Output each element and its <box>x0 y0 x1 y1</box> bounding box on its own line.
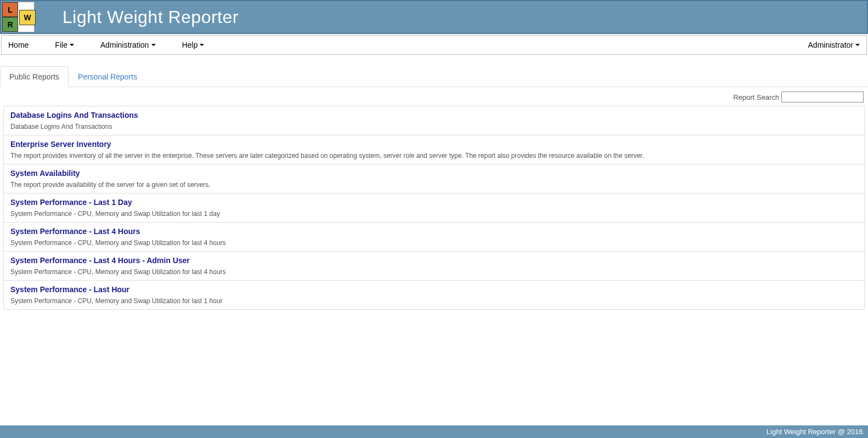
menu-admin[interactable]: Administration <box>100 41 156 49</box>
menu-left: Home File Administration Help <box>8 41 204 49</box>
report-item: Database Logins And Transactions Databas… <box>4 106 864 135</box>
report-title-link[interactable]: System Performance - Last 4 Hours - Admi… <box>10 256 190 265</box>
tabs: Public Reports Personal Reports <box>0 66 868 87</box>
menu-home-label: Home <box>8 41 29 49</box>
tab-public-reports[interactable]: Public Reports <box>0 66 69 87</box>
report-item: System Performance - Last 4 Hours - Admi… <box>4 252 864 281</box>
: Report Search <box>733 93 779 101</box>
tab-personal-reports[interactable]: Personal Reports <box>69 66 146 87</box>
caret-down-icon <box>855 44 860 46</box>
report-title-link[interactable]: System Performance - Last 4 Hours <box>10 227 140 236</box>
caret-down-icon <box>200 44 204 46</box>
report-list: Database Logins And Transactions Databas… <box>3 106 865 310</box>
report-desc: The report provides inventory of all the… <box>10 152 858 160</box>
caret-down-icon <box>70 44 74 46</box>
header: L R W Light Weight Reporter <box>0 0 868 34</box>
menu-bar: Home File Administration Help Administra… <box>1 35 867 55</box>
search-row: Report Search <box>0 87 868 105</box>
menu-help[interactable]: Help <box>182 41 205 49</box>
report-desc: The report provide availability of the s… <box>10 181 858 189</box>
menu-home[interactable]: Home <box>8 41 29 49</box>
report-desc: Database Logins And Transactions <box>10 123 858 130</box>
report-desc: System Performance - CPU, Memory and Swa… <box>10 268 858 276</box>
report-item: System Performance - Last Hour System Pe… <box>4 281 864 309</box>
logo: L R W <box>2 2 35 32</box>
report-title-link[interactable]: System Performance - Last 1 Day <box>10 198 132 207</box>
report-item: System Performance - Last 1 Day System P… <box>4 194 864 223</box>
menu-help-label: Help <box>182 41 198 49</box>
menu-file-label: File <box>55 41 67 49</box>
logo-tile-r: R <box>2 17 18 32</box>
footer: Light Weight Reporter @ 2016. <box>0 425 868 438</box>
logo-tile-w: W <box>19 10 36 25</box>
menu-file[interactable]: File <box>55 41 74 49</box>
tab-public-label: Public Reports <box>9 72 59 81</box>
app-title: Light Weight Reporter <box>63 7 239 27</box>
report-title-link[interactable]: System Performance - Last Hour <box>10 285 129 294</box>
report-title-link[interactable]: Enterprise Server Inventory <box>10 140 111 149</box>
report-desc: System Performance - CPU, Memory and Swa… <box>10 297 858 305</box>
menu-user[interactable]: Administrator <box>808 41 860 49</box>
report-item: System Performance - Last 4 Hours System… <box>4 223 864 252</box>
report-search-input[interactable] <box>781 92 864 103</box>
report-desc: System Performance - CPU, Memory and Swa… <box>10 210 858 218</box>
logo-tile-l: L <box>2 2 18 17</box>
report-title-link[interactable]: Database Logins And Transactions <box>10 111 138 120</box>
report-item: Enterprise Server Inventory The report p… <box>4 135 864 164</box>
report-title-link[interactable]: System Availability <box>10 169 80 178</box>
report-desc: System Performance - CPU, Memory and Swa… <box>10 239 858 247</box>
footer-text: Light Weight Reporter @ 2016. <box>767 428 865 436</box>
menu-user-label: Administrator <box>808 41 853 49</box>
report-item: System Availability The report provide a… <box>4 164 864 194</box>
tab-personal-label: Personal Reports <box>78 72 137 81</box>
menu-admin-label: Administration <box>100 41 149 49</box>
caret-down-icon <box>151 44 156 46</box>
